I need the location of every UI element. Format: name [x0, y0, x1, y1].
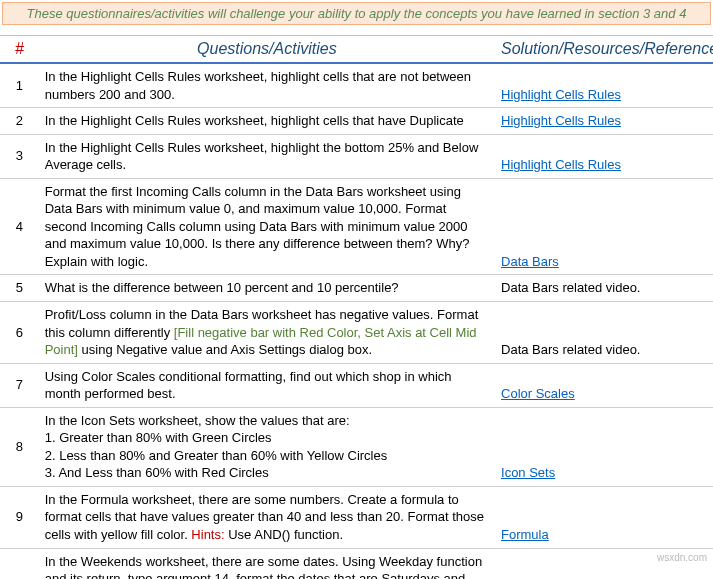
table-row: 2In the Highlight Cells Rules worksheet,…	[0, 108, 713, 135]
table-row: 8In the Icon Sets worksheet, show the va…	[0, 407, 713, 486]
hint-red: Hints:	[191, 527, 224, 542]
table-row: 7Using Color Scales conditional formatti…	[0, 363, 713, 407]
table-row: 6Profit/Loss column in the Data Bars wor…	[0, 302, 713, 364]
question-cell: In the Highlight Cells Rules worksheet, …	[39, 134, 495, 178]
row-number: 1	[0, 63, 39, 108]
row-number: 5	[0, 275, 39, 302]
reference-cell: Data Bars related video.	[495, 275, 713, 302]
reference-link[interactable]: Highlight Cells Rules	[501, 157, 621, 172]
reference-link[interactable]: Data Bars	[501, 254, 559, 269]
reference-cell: Color Scales	[495, 363, 713, 407]
header-questions: Questions/Activities	[39, 36, 495, 64]
row-number: 10	[0, 548, 39, 579]
question-cell: What is the difference between 10 percen…	[39, 275, 495, 302]
spacer	[0, 25, 713, 35]
row-number: 7	[0, 363, 39, 407]
row-number: 3	[0, 134, 39, 178]
row-number: 8	[0, 407, 39, 486]
question-cell: Using Color Scales conditional formattin…	[39, 363, 495, 407]
question-cell: Format the first Incoming Calls column i…	[39, 178, 495, 275]
reference-cell: Highlight Cells Rules	[495, 108, 713, 135]
table-row: 10In the Weekends worksheet, there are s…	[0, 548, 713, 579]
row-number: 2	[0, 108, 39, 135]
table-row: 1In the Highlight Cells Rules worksheet,…	[0, 63, 713, 108]
question-cell: In the Weekends worksheet, there are som…	[39, 548, 495, 579]
table-row: 4Format the first Incoming Calls column …	[0, 178, 713, 275]
hint-green: [Fill negative bar with Red Color, Set A…	[45, 325, 477, 358]
row-number: 9	[0, 486, 39, 548]
watermark: wsxdn.com	[657, 552, 707, 563]
header-number: #	[0, 36, 39, 64]
reference-link[interactable]: Formula	[501, 527, 549, 542]
instruction-banner: These questionnaires/activities will cha…	[2, 2, 711, 25]
question-cell: In the Highlight Cells Rules worksheet, …	[39, 63, 495, 108]
activities-table: # Questions/Activities Solution/Resource…	[0, 35, 713, 579]
question-cell: In the Formula worksheet, there are some…	[39, 486, 495, 548]
header-references: Solution/Resources/References	[495, 36, 713, 64]
reference-cell: Data Bars	[495, 178, 713, 275]
table-row: 9In the Formula worksheet, there are som…	[0, 486, 713, 548]
question-cell: In the Highlight Cells Rules worksheet, …	[39, 108, 495, 135]
question-cell: In the Icon Sets worksheet, show the val…	[39, 407, 495, 486]
table-row: 5What is the difference between 10 perce…	[0, 275, 713, 302]
reference-link[interactable]: Highlight Cells Rules	[501, 87, 621, 102]
reference-cell: Icon Sets	[495, 407, 713, 486]
row-number: 6	[0, 302, 39, 364]
table-row: 3In the Highlight Cells Rules worksheet,…	[0, 134, 713, 178]
reference-cell: Highlight Cells Rules	[495, 134, 713, 178]
row-number: 4	[0, 178, 39, 275]
reference-cell: Highlight Cells Rules	[495, 63, 713, 108]
reference-link[interactable]: Color Scales	[501, 386, 575, 401]
reference-link[interactable]: Icon Sets	[501, 465, 555, 480]
reference-link[interactable]: Highlight Cells Rules	[501, 113, 621, 128]
reference-cell: Data Bars related video.	[495, 302, 713, 364]
reference-cell: Formula	[495, 486, 713, 548]
question-cell: Profit/Loss column in the Data Bars work…	[39, 302, 495, 364]
